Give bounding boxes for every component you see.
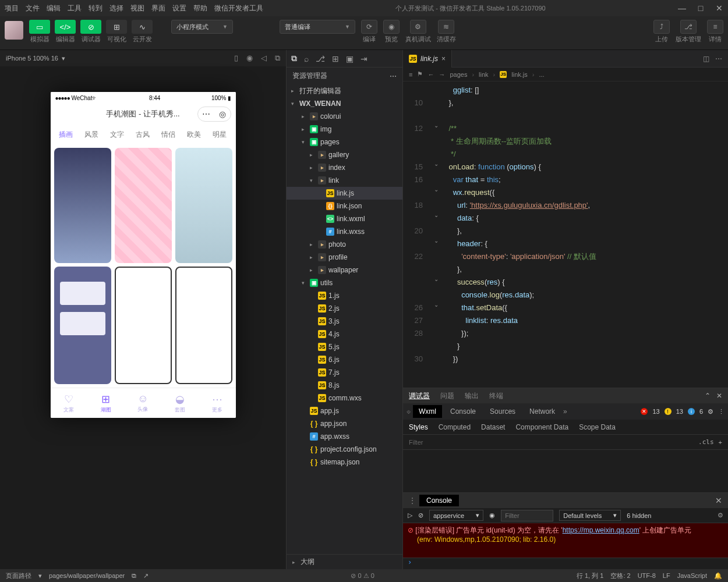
- copy-path-icon[interactable]: ⧉: [132, 572, 136, 580]
- phone-icon[interactable]: ▯: [234, 54, 238, 63]
- menu-item[interactable]: 工具: [68, 3, 82, 13]
- tree-item[interactable]: ▸▸ gallery: [287, 148, 402, 161]
- tree-item[interactable]: { } project.config.json: [287, 443, 402, 456]
- language[interactable]: JavaScript: [677, 572, 707, 579]
- console-filter-input[interactable]: [501, 510, 553, 521]
- tree-item[interactable]: JS link.js: [287, 187, 402, 200]
- device-label[interactable]: iPhone 5 100% 16: [6, 55, 58, 62]
- eol[interactable]: LF: [663, 572, 670, 579]
- more-icon[interactable]: ⋯: [390, 72, 397, 80]
- branch-icon[interactable]: ⎇: [316, 54, 325, 63]
- chevron-up-icon[interactable]: ⌃: [705, 392, 711, 400]
- console-error-link[interactable]: https://mp.weixin.qq.com: [563, 526, 639, 534]
- user-avatar[interactable]: [5, 21, 23, 40]
- tab-wxml[interactable]: Wxml: [413, 405, 442, 418]
- mode-select[interactable]: 小程序模式▼: [171, 20, 233, 34]
- files-icon[interactable]: ⧉: [291, 54, 297, 63]
- tree-item[interactable]: ▸▸ photo: [287, 238, 402, 251]
- context-select[interactable]: appservice▾: [429, 510, 483, 521]
- search-icon[interactable]: ⌕: [304, 54, 309, 63]
- tree-item[interactable]: ▾▣ utils: [287, 276, 402, 289]
- tree-item[interactable]: ▾▣ pages: [287, 136, 402, 148]
- category-tab[interactable]: 古风: [130, 130, 156, 140]
- tree-item[interactable]: JS 5.js: [287, 340, 402, 353]
- category-tab[interactable]: 文字: [104, 130, 130, 140]
- more-tabs-icon[interactable]: »: [563, 407, 567, 416]
- tree-item[interactable]: JS 6.js: [287, 353, 402, 366]
- tab-debugger[interactable]: 调试器: [409, 391, 430, 401]
- capsule-button[interactable]: ⋯◎: [197, 107, 231, 122]
- tabbar-item[interactable]: ☺头像: [125, 388, 162, 418]
- menu-item[interactable]: 微信开发者工具: [214, 3, 263, 13]
- tree-item[interactable]: JS 3.js: [287, 315, 402, 328]
- subtab-scope[interactable]: Scope Data: [579, 423, 616, 431]
- device-dropdown-icon[interactable]: ▾: [62, 55, 65, 62]
- split-icon[interactable]: ◫: [703, 55, 709, 63]
- wallpaper-thumb[interactable]: [54, 267, 111, 384]
- compile-mode-select[interactable]: 普通编译▼: [280, 20, 355, 34]
- hidden-count[interactable]: 6 hidden: [627, 512, 651, 519]
- tree-item[interactable]: {} link.json: [287, 200, 402, 212]
- add-style-icon[interactable]: +: [719, 439, 722, 446]
- category-tab[interactable]: 情侣: [156, 130, 181, 140]
- console-caret-icon[interactable]: ⋮: [409, 496, 416, 505]
- list-icon[interactable]: ≡: [409, 71, 412, 78]
- tree-item[interactable]: { } sitemap.json: [287, 456, 402, 469]
- clear-icon[interactable]: ⊘: [418, 512, 423, 519]
- tab-network[interactable]: Network: [524, 405, 561, 418]
- cursor-pos[interactable]: 行 1, 列 1: [577, 572, 603, 580]
- bell-icon[interactable]: 🔔: [714, 572, 722, 580]
- console-close-icon[interactable]: ✕: [715, 496, 722, 505]
- grid-icon[interactable]: ⊞: [332, 54, 339, 63]
- console-tab[interactable]: Console: [419, 495, 459, 506]
- menu-item[interactable]: 项目: [5, 3, 19, 13]
- simulator-button[interactable]: ▭: [29, 20, 50, 34]
- menu-item[interactable]: 视图: [130, 3, 144, 13]
- tree-item[interactable]: ▸▣ img: [287, 123, 402, 136]
- wallpaper-thumb[interactable]: [115, 267, 172, 384]
- subtab-dataset[interactable]: Dataset: [481, 423, 505, 431]
- record-icon[interactable]: ◉: [246, 54, 253, 63]
- tree-item[interactable]: # link.wxss: [287, 225, 402, 238]
- tab-console[interactable]: Console: [444, 405, 482, 418]
- category-tab[interactable]: 插画: [53, 130, 79, 140]
- tree-item[interactable]: JS 8.js: [287, 379, 402, 392]
- upload-button[interactable]: ⤴: [653, 20, 670, 34]
- menu-item[interactable]: 选择: [109, 3, 123, 13]
- tabbar-item[interactable]: ⋯更多: [199, 388, 236, 418]
- mute-icon[interactable]: ◁: [261, 54, 267, 63]
- tree-item[interactable]: JS 2.js: [287, 302, 402, 315]
- open-editors-section[interactable]: ▸打开的编辑器: [287, 84, 402, 97]
- wallpaper-thumb[interactable]: [175, 267, 232, 384]
- subtab-component[interactable]: Component Data: [515, 423, 568, 431]
- tree-item[interactable]: ▸▸ colorui: [287, 110, 402, 123]
- tree-item[interactable]: JS comm.wxs: [287, 392, 402, 404]
- tree-item[interactable]: ▸▸ profile: [287, 251, 402, 264]
- close-panel-icon[interactable]: ✕: [716, 392, 722, 400]
- tree-item[interactable]: JS 7.js: [287, 366, 402, 379]
- console-gear-icon[interactable]: ⚙: [718, 512, 723, 519]
- visual-button[interactable]: ⊞: [106, 20, 127, 34]
- tab-problems[interactable]: 问题: [440, 391, 454, 401]
- preview-button[interactable]: ◉: [383, 20, 400, 34]
- version-button[interactable]: ⎇: [680, 20, 697, 34]
- tree-item[interactable]: JS 1.js: [287, 289, 402, 302]
- play-icon[interactable]: ▷: [408, 512, 412, 519]
- arrow-icon[interactable]: ⇥: [361, 54, 367, 63]
- menu-item[interactable]: 编辑: [47, 3, 61, 13]
- cls-toggle[interactable]: .cls: [698, 438, 714, 446]
- filter-placeholder[interactable]: Filter: [409, 439, 423, 446]
- editor-button[interactable]: </>: [55, 20, 76, 34]
- kebab-icon[interactable]: ⋮: [718, 408, 725, 416]
- back-icon[interactable]: ←: [427, 71, 434, 78]
- encoding[interactable]: UTF-8: [638, 572, 656, 579]
- editor-tab[interactable]: JS link.js ×: [403, 50, 452, 68]
- minimize-icon[interactable]: —: [678, 3, 686, 13]
- eye-icon[interactable]: ◉: [489, 512, 495, 519]
- real-debug-button[interactable]: ⚙: [410, 20, 426, 34]
- tree-item[interactable]: <> link.wxml: [287, 212, 402, 225]
- menu-item[interactable]: 帮助: [193, 3, 207, 13]
- tree-item[interactable]: # app.wxss: [287, 430, 402, 443]
- tab-sources[interactable]: Sources: [484, 405, 521, 418]
- console-prompt[interactable]: ›: [403, 558, 728, 569]
